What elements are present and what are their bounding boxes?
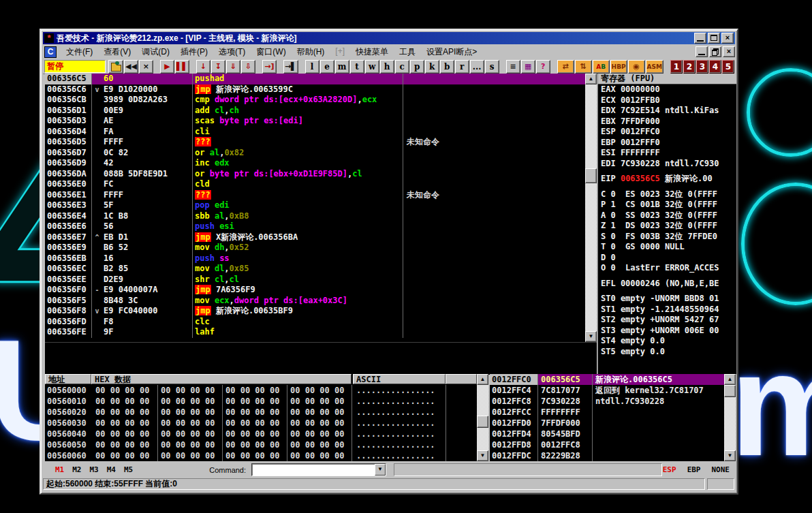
disasm-row[interactable]: 006356D70C 82or al,0x82: [45, 148, 585, 159]
memory-tab-m1[interactable]: M1: [55, 465, 64, 474]
stack-row[interactable]: 0012FFD480545BFD: [490, 429, 724, 439]
disasm-row[interactable]: 006356D4FAcli: [45, 127, 585, 138]
step-into-button[interactable]: ↓: [196, 60, 210, 74]
stack-row[interactable]: 0012FFC47C817077返回到 kernel32.7C81707: [490, 385, 724, 396]
disasm-row[interactable]: 006356C6vE9 D1020000jmp 新浪评论.0063599C: [45, 84, 585, 95]
swap-arrows-button[interactable]: ⇄: [557, 60, 574, 74]
preset-2-button[interactable]: 2: [683, 60, 696, 74]
help-button[interactable]: ?: [536, 60, 550, 74]
register-line[interactable]: EBP 0012FFF0: [598, 138, 736, 149]
register-line[interactable]: ST2 empty +UNORM 5427 67: [598, 315, 736, 326]
windows-button[interactable]: w: [365, 60, 379, 74]
stack-row[interactable]: 0012FFCCFFFFFFFF: [490, 407, 724, 418]
scroll-up-icon[interactable]: ▲: [724, 374, 736, 385]
memory-tab-m2[interactable]: M2: [72, 465, 81, 474]
minimize-button[interactable]: [694, 33, 706, 44]
register-line[interactable]: ST4 empty 0.0: [598, 336, 736, 347]
cpu-window-icon[interactable]: C: [44, 46, 57, 58]
scroll-up-icon[interactable]: ▲: [477, 374, 488, 385]
restart-button[interactable]: ◀◀: [124, 60, 138, 74]
disasm-row[interactable]: 006356F0-E9 0400007Ajmp 7A6356F9: [45, 285, 585, 296]
disasm-row[interactable]: 006356E656push esi: [45, 221, 585, 232]
register-line[interactable]: ESP 0012FFC0: [598, 127, 736, 138]
dump-header-address[interactable]: 地址: [45, 374, 91, 384]
stack-row[interactable]: 0012FFC87C930228ntdll.7C930228: [490, 396, 724, 407]
menu-item[interactable]: 查看(V): [98, 46, 136, 58]
register-line[interactable]: D 0: [598, 253, 736, 264]
register-line[interactable]: P 1 CS 001B 32位 0(FFFF: [598, 200, 736, 211]
register-line[interactable]: ST3 empty +UNORM 006E 00: [598, 326, 736, 337]
dump-scrollbar[interactable]: ▲ ▼: [477, 374, 488, 461]
threads-button[interactable]: t: [350, 60, 364, 74]
stack-pane[interactable]: 0012FFC0006356C5新浪评论.006356C50012FFC47C8…: [490, 374, 724, 461]
menu-item[interactable]: 窗口(W): [251, 46, 291, 58]
disasm-row[interactable]: 006356E1FFFF???未知命令: [45, 190, 585, 201]
register-line[interactable]: O 0 LastErr ERROR_ACCES: [598, 263, 736, 274]
preset-3-button[interactable]: 3: [696, 60, 708, 74]
disasm-row[interactable]: 006356D3AEscas byte ptr es:[edi]: [45, 116, 585, 127]
ebp-indicator[interactable]: EBP: [687, 465, 701, 474]
register-line[interactable]: EDI 7C930228 ntdll.7C930: [598, 159, 736, 170]
dropdown-arrow-icon[interactable]: ▼: [375, 464, 386, 476]
hex-dump-pane[interactable]: 地址 HEX 数据 ASCII 0056000000 00 00 0000 00…: [45, 374, 477, 461]
disasm-row[interactable]: 006356FE9Flahf: [45, 327, 585, 338]
disassembly-scrollbar[interactable]: ▲ ▼: [585, 74, 597, 342]
disasm-row[interactable]: 006356E7^EB D1jmp X新浪评论.006356BA: [45, 232, 585, 243]
menu-item[interactable]: 调试(D): [136, 46, 175, 58]
animate-into-button[interactable]: ⇓: [226, 60, 240, 74]
stack-row[interactable]: 0012FFDC82229B28: [490, 450, 724, 461]
register-line[interactable]: ST1 empty -1.21448550964: [598, 305, 736, 315]
dump-row[interactable]: 0056002000 00 00 0000 00 00 0000 00 00 0…: [45, 407, 477, 418]
run-trace-button[interactable]: ...: [470, 60, 484, 74]
close-program-button[interactable]: ×: [139, 60, 153, 74]
preset-4-button[interactable]: 4: [709, 60, 721, 74]
register-line[interactable]: C 0 ES 0023 32位 0(FFFF: [598, 189, 736, 200]
register-line[interactable]: S 0 FS 003B 32位 7FFDE0: [598, 232, 736, 243]
appearance-button[interactable]: ▦: [521, 60, 535, 74]
disasm-row[interactable]: 006356D5FFFF???未知命令: [45, 137, 585, 148]
registers-pane[interactable]: 寄存器 (FPU) EAX 00000000ECX 0012FFB0EDX 7C…: [597, 74, 736, 374]
scroll-up-icon[interactable]: ▲: [585, 74, 597, 84]
dump-header-hex[interactable]: HEX 数据: [91, 374, 352, 384]
menu-item[interactable]: 快捷菜单: [350, 46, 394, 58]
executable-modules-button[interactable]: e: [320, 60, 334, 74]
mdi-restore-button[interactable]: [709, 46, 721, 57]
scroll-down-icon[interactable]: ▼: [477, 450, 488, 461]
menu-item[interactable]: 工具: [394, 46, 421, 58]
maximize-button[interactable]: [708, 33, 720, 44]
disasm-row[interactable]: 006356E9B6 52mov dh,0x52: [45, 243, 585, 253]
disasm-row[interactable]: 006356CB3989 0D82A263cmp dword ptr ds:[e…: [45, 95, 585, 106]
breakpoints-button[interactable]: b: [440, 60, 454, 74]
disasm-row[interactable]: 006356FDF8clc: [45, 317, 585, 328]
mdi-close-button[interactable]: ×: [723, 46, 735, 57]
register-line[interactable]: EIP 006356C5 新浪评论.00: [598, 174, 736, 185]
execute-till-return-button[interactable]: →]: [262, 60, 277, 74]
menu-item[interactable]: 文件(F): [61, 46, 98, 58]
references-button[interactable]: r: [455, 60, 469, 74]
disasm-row[interactable]: 006356ECB2 85mov dl,0x85: [45, 264, 585, 275]
register-line[interactable]: ST0 empty -UNORM BBD8 01: [598, 294, 736, 305]
preset-5-button[interactable]: 5: [722, 60, 734, 74]
dump-row[interactable]: 0056000000 00 00 0000 00 00 0000 00 00 0…: [45, 385, 477, 396]
patches-button[interactable]: p: [410, 60, 424, 74]
scrollbar-thumb[interactable]: [724, 385, 736, 397]
pause-button[interactable]: ▌▌: [175, 60, 189, 74]
call-stack-button[interactable]: k: [425, 60, 439, 74]
menu-item[interactable]: 选项(T): [213, 46, 251, 58]
updown-arrows-button[interactable]: ⇅: [575, 60, 592, 74]
disasm-row[interactable]: 006356C560pushad: [45, 74, 585, 84]
dump-row[interactable]: 0056006000 00 00 0000 00 00 0000 00 00 0…: [45, 450, 477, 461]
disasm-row[interactable]: 006356F8vE9 FC040000jmp 新浪评论.00635BF9: [45, 306, 585, 317]
disasm-row[interactable]: 006356E41C B8sbb al,0xB8: [45, 211, 585, 222]
title-bar[interactable]: * 吾爱技术 - 新浪评论赞212.zp.exe - [VIP - 主线程, 模…: [43, 32, 735, 44]
dump-row[interactable]: 0056005000 00 00 0000 00 00 0000 00 00 0…: [45, 439, 477, 450]
command-input[interactable]: ▼: [251, 463, 386, 476]
register-line[interactable]: EBX 7FFDF000: [598, 116, 736, 127]
stack-row[interactable]: 0012FFC0006356C5新浪评论.006356C5: [490, 374, 724, 385]
handles-button[interactable]: h: [380, 60, 394, 74]
dump-row[interactable]: 0056004000 00 00 0000 00 00 0000 00 00 0…: [45, 429, 477, 439]
esp-indicator[interactable]: ESP: [663, 465, 676, 474]
asm-button[interactable]: ASM: [646, 60, 663, 74]
source-button[interactable]: s: [485, 60, 499, 74]
stack-row[interactable]: 0012FFD07FFDF000: [490, 418, 724, 429]
